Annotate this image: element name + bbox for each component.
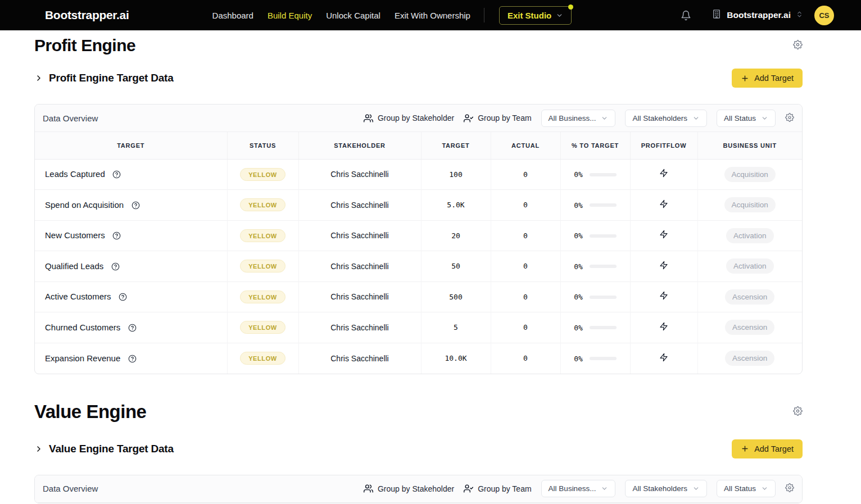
profit-engine-target-data-toggle[interactable]: Profit Engine Target Data [34,72,174,84]
business-unit-badge: Ascension [725,289,774,305]
group-by-team-button[interactable]: Group by Team [464,113,531,123]
progress-bar [590,357,617,360]
lightning-bolt-icon[interactable] [659,169,668,178]
filter-business-dropdown[interactable]: All Business... [541,480,616,497]
group-by-stakeholder-button[interactable]: Group by Stakeholder [364,113,454,123]
progress-bar [590,265,617,268]
filter-status-dropdown[interactable]: All Status [717,110,776,127]
table-row[interactable]: Spend on Acquisition YELLOW Chris Sacchi… [35,190,802,221]
filter-status-dropdown[interactable]: All Status [717,480,776,497]
table-row[interactable]: Active Customers YELLOW Chris Sacchinell… [35,281,802,312]
group-by-team-button[interactable]: Group by Team [464,484,531,493]
business-unit-badge: Activation [726,258,774,274]
main-nav: Dashboard Build Equity Unlock Capital Ex… [212,11,470,20]
actual-value: 0 [491,343,560,374]
notification-dot [568,4,573,10]
table-row[interactable]: Churned Customers YELLOW Chris Sacchinel… [35,312,802,343]
target-cell: Qualified Leads [35,251,227,282]
target-cell: Churned Customers [35,312,227,343]
status-cell: YELLOW [227,251,298,282]
table-row[interactable]: Qualified Leads YELLOW Chris Sacchinelli… [35,251,802,282]
nav-item-dashboard[interactable]: Dashboard [212,11,253,20]
profitflow-cell [630,281,697,312]
pct-to-target-value: 0% [574,201,583,210]
add-target-button[interactable]: Add Target [732,439,803,458]
actual-value: 0 [491,281,560,312]
status-cell: YELLOW [227,220,298,251]
table-settings-gear-icon[interactable] [785,113,794,124]
table-row[interactable]: Expansion Revenue YELLOW Chris Sacchinel… [35,343,802,374]
col-target: TARGET [35,132,227,159]
stakeholder-name: Chris Sacchinelli [330,262,388,271]
progress-bar [590,203,617,207]
bell-icon[interactable] [681,10,691,21]
profitflow-cell [630,251,697,282]
chevron-down-icon [761,485,768,492]
nav-item-build-equity[interactable]: Build Equity [268,11,312,20]
help-circle-icon[interactable] [128,324,137,332]
add-target-button[interactable]: Add Target [732,69,803,88]
value-engine-settings-gear-icon[interactable] [793,406,803,417]
app-logo[interactable]: Bootstrapper.ai [45,8,129,22]
organization-switcher[interactable]: Bootstrapper.ai [712,9,803,21]
target-value: 500 [421,281,491,312]
status-badge: YELLOW [240,198,286,211]
filter-stakeholders-dropdown[interactable]: All Stakeholders [625,480,707,497]
data-overview-title: Data Overview [43,484,98,493]
user-check-icon [464,484,473,493]
nav-item-unlock-capital[interactable]: Unlock Capital [326,11,380,20]
chevron-down-icon [601,115,608,122]
avatar[interactable]: CS [814,6,834,25]
help-circle-icon[interactable] [111,262,120,271]
help-circle-icon[interactable] [132,201,140,210]
lightning-bolt-icon[interactable] [659,230,668,239]
lightning-bolt-icon[interactable] [659,199,668,208]
filter-stakeholders-dropdown[interactable]: All Stakeholders [625,110,707,127]
value-engine-target-data-toggle[interactable]: Value Engine Target Data [34,443,174,455]
help-circle-icon[interactable] [112,231,121,240]
lightning-bolt-icon[interactable] [659,291,668,300]
business-unit-badge: Ascension [725,320,774,335]
status-badge: YELLOW [240,290,286,303]
profit-engine-settings-gear-icon[interactable] [793,40,803,51]
filter-stakeholders-value: All Stakeholders [632,114,687,122]
nav-divider [484,8,484,22]
exit-studio-button[interactable]: Exit Studio [499,6,572,25]
target-value: 50 [421,251,491,282]
table-row[interactable]: New Customers YELLOW Chris Sacchinelli 2… [35,220,802,251]
building-icon [712,9,722,21]
targets-table: TARGET STATUS STAKEHOLDER TARGET ACTUAL … [35,132,802,374]
target-value: 10.0K [421,343,491,374]
pct-to-target-cell: 0% [560,343,630,374]
profit-engine-target-data-label: Profit Engine Target Data [49,72,174,84]
status-badge: YELLOW [240,352,286,365]
filter-status-value: All Status [724,114,756,122]
lightning-bolt-icon[interactable] [659,353,668,362]
target-value: 5.0K [421,190,491,221]
group-by-stakeholder-button[interactable]: Group by Stakeholder [364,484,454,493]
stakeholder-name: Chris Sacchinelli [330,170,388,179]
stakeholder-name: Chris Sacchinelli [330,201,388,210]
profitflow-cell [630,312,697,343]
add-target-label: Add Target [754,444,794,453]
table-row[interactable]: Leads Captured YELLOW Chris Sacchinelli … [35,159,802,190]
actual-value: 0 [491,190,560,221]
filter-business-dropdown[interactable]: All Business... [541,110,616,127]
table-settings-gear-icon[interactable] [785,483,794,494]
lightning-bolt-icon[interactable] [659,322,668,331]
help-circle-icon[interactable] [128,355,137,363]
lightning-bolt-icon[interactable] [659,261,668,270]
status-badge: YELLOW [240,168,286,181]
stakeholder-name: Chris Sacchinelli [330,354,388,363]
profitflow-cell [630,159,697,190]
target-cell: Spend on Acquisition [35,190,227,221]
actual-value: 0 [491,159,560,190]
status-cell: YELLOW [227,159,298,190]
target-name: Expansion Revenue [45,353,120,363]
actual-value: 0 [491,220,560,251]
nav-item-exit-with-ownership[interactable]: Exit With Ownership [395,11,470,20]
pct-to-target-cell: 0% [560,220,630,251]
help-circle-icon[interactable] [119,293,127,301]
value-engine-title: Value Engine [34,401,146,423]
help-circle-icon[interactable] [112,170,121,179]
